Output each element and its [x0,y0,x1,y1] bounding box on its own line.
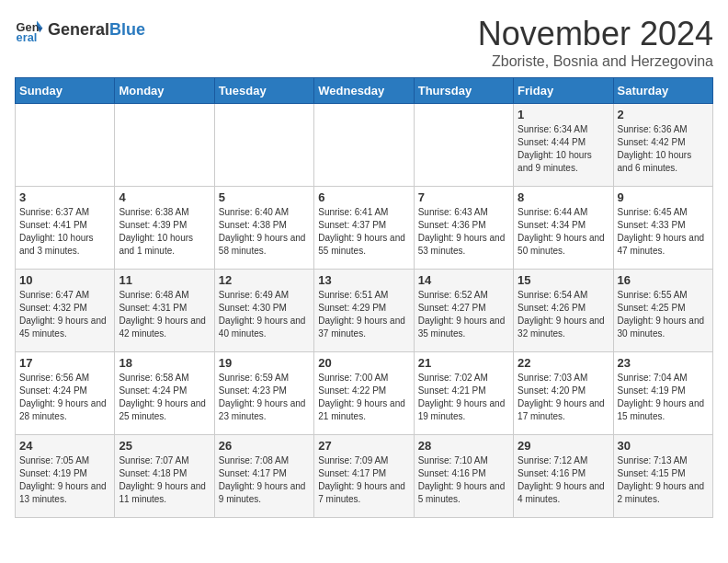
day-number: 24 [19,439,110,453]
day-cell: 9Sunrise: 6:45 AM Sunset: 4:33 PM Daylig… [613,187,712,270]
day-info: Sunrise: 6:56 AM Sunset: 4:24 PM Dayligh… [19,372,110,423]
day-cell: 12Sunrise: 6:49 AM Sunset: 4:30 PM Dayli… [214,270,313,352]
day-info: Sunrise: 6:34 AM Sunset: 4:44 PM Dayligh… [518,123,609,175]
logo: Gen eral GeneralBlue [15,15,145,44]
day-number: 21 [418,356,509,370]
day-cell [214,104,313,187]
week-row-2: 3Sunrise: 6:37 AM Sunset: 4:41 PM Daylig… [16,187,713,270]
week-row-4: 17Sunrise: 6:56 AM Sunset: 4:24 PM Dayli… [16,352,713,435]
day-number: 9 [618,190,709,204]
day-cell: 6Sunrise: 6:41 AM Sunset: 4:37 PM Daylig… [314,187,414,270]
day-cell: 17Sunrise: 6:56 AM Sunset: 4:24 PM Dayli… [16,352,115,435]
day-info: Sunrise: 6:58 AM Sunset: 4:24 PM Dayligh… [119,372,210,423]
day-cell: 4Sunrise: 6:38 AM Sunset: 4:39 PM Daylig… [115,187,214,270]
day-info: Sunrise: 6:49 AM Sunset: 4:30 PM Dayligh… [219,289,310,340]
logo-text: GeneralBlue [48,20,145,40]
day-number: 19 [219,356,310,370]
day-cell: 13Sunrise: 6:51 AM Sunset: 4:29 PM Dayli… [314,270,414,352]
day-number: 27 [318,439,409,453]
day-cell: 19Sunrise: 6:59 AM Sunset: 4:23 PM Dayli… [214,352,313,435]
day-number: 2 [618,108,709,121]
col-wednesday: Wednesday [314,78,414,104]
title-block: November 2024 Zboriste, Bosnia and Herze… [478,15,713,70]
day-cell: 22Sunrise: 7:03 AM Sunset: 4:20 PM Dayli… [514,352,613,435]
location-title: Zboriste, Bosnia and Herzegovina [478,53,713,70]
logo-icon: Gen eral [15,15,44,44]
day-info: Sunrise: 6:36 AM Sunset: 4:42 PM Dayligh… [618,123,709,175]
day-number: 6 [318,190,409,204]
day-number: 16 [618,273,709,287]
calendar-table: Sunday Monday Tuesday Wednesday Thursday… [15,77,713,518]
day-cell: 29Sunrise: 7:12 AM Sunset: 4:16 PM Dayli… [514,435,613,518]
day-cell: 10Sunrise: 6:47 AM Sunset: 4:32 PM Dayli… [16,270,115,352]
day-info: Sunrise: 7:05 AM Sunset: 4:19 PM Dayligh… [19,454,110,506]
day-info: Sunrise: 6:59 AM Sunset: 4:23 PM Dayligh… [219,372,310,423]
day-number: 30 [618,439,709,453]
day-info: Sunrise: 7:03 AM Sunset: 4:20 PM Dayligh… [518,372,609,423]
day-number: 15 [518,273,609,287]
day-number: 8 [518,190,609,204]
day-number: 11 [119,273,210,287]
day-number: 26 [219,439,310,453]
day-info: Sunrise: 7:12 AM Sunset: 4:16 PM Dayligh… [518,454,609,506]
day-cell: 26Sunrise: 7:08 AM Sunset: 4:17 PM Dayli… [214,435,313,518]
day-cell: 23Sunrise: 7:04 AM Sunset: 4:19 PM Dayli… [613,352,712,435]
day-info: Sunrise: 6:43 AM Sunset: 4:36 PM Dayligh… [418,206,509,258]
day-cell [16,104,115,187]
day-cell: 18Sunrise: 6:58 AM Sunset: 4:24 PM Dayli… [115,352,214,435]
day-number: 12 [219,273,310,287]
day-number: 20 [318,356,409,370]
col-monday: Monday [115,78,214,104]
week-row-3: 10Sunrise: 6:47 AM Sunset: 4:32 PM Dayli… [16,270,713,352]
day-cell [414,104,513,187]
day-number: 3 [19,190,110,204]
day-number: 18 [119,356,210,370]
page-header: Gen eral GeneralBlue November 2024 Zbori… [15,15,713,70]
day-number: 7 [418,190,509,204]
day-info: Sunrise: 7:13 AM Sunset: 4:15 PM Dayligh… [618,454,709,506]
col-tuesday: Tuesday [214,78,313,104]
day-info: Sunrise: 7:00 AM Sunset: 4:22 PM Dayligh… [318,372,409,423]
day-info: Sunrise: 6:40 AM Sunset: 4:38 PM Dayligh… [219,206,310,258]
day-number: 29 [518,439,609,453]
day-cell: 20Sunrise: 7:00 AM Sunset: 4:22 PM Dayli… [314,352,414,435]
col-sunday: Sunday [16,78,115,104]
day-cell: 11Sunrise: 6:48 AM Sunset: 4:31 PM Dayli… [115,270,214,352]
day-number: 22 [518,356,609,370]
calendar-header: Sunday Monday Tuesday Wednesday Thursday… [16,78,713,104]
day-info: Sunrise: 6:48 AM Sunset: 4:31 PM Dayligh… [119,289,210,340]
day-cell: 7Sunrise: 6:43 AM Sunset: 4:36 PM Daylig… [414,187,513,270]
svg-text:eral: eral [17,30,38,44]
day-info: Sunrise: 7:08 AM Sunset: 4:17 PM Dayligh… [219,454,310,506]
day-info: Sunrise: 6:44 AM Sunset: 4:34 PM Dayligh… [518,206,609,258]
day-info: Sunrise: 6:45 AM Sunset: 4:33 PM Dayligh… [618,206,709,258]
day-cell [314,104,414,187]
day-number: 14 [418,273,509,287]
day-number: 25 [119,439,210,453]
day-cell [115,104,214,187]
day-cell: 1Sunrise: 6:34 AM Sunset: 4:44 PM Daylig… [514,104,613,187]
calendar-body: 1Sunrise: 6:34 AM Sunset: 4:44 PM Daylig… [16,104,713,518]
day-number: 13 [318,273,409,287]
day-number: 4 [119,190,210,204]
col-thursday: Thursday [414,78,513,104]
day-number: 1 [518,108,609,121]
day-cell: 8Sunrise: 6:44 AM Sunset: 4:34 PM Daylig… [514,187,613,270]
day-info: Sunrise: 6:37 AM Sunset: 4:41 PM Dayligh… [19,206,110,258]
day-cell: 21Sunrise: 7:02 AM Sunset: 4:21 PM Dayli… [414,352,513,435]
day-cell: 16Sunrise: 6:55 AM Sunset: 4:25 PM Dayli… [613,270,712,352]
day-cell: 28Sunrise: 7:10 AM Sunset: 4:16 PM Dayli… [414,435,513,518]
day-cell: 25Sunrise: 7:07 AM Sunset: 4:18 PM Dayli… [115,435,214,518]
day-info: Sunrise: 6:52 AM Sunset: 4:27 PM Dayligh… [418,289,509,340]
day-number: 28 [418,439,509,453]
day-number: 23 [618,356,709,370]
col-friday: Friday [514,78,613,104]
day-number: 17 [19,356,110,370]
day-cell: 15Sunrise: 6:54 AM Sunset: 4:26 PM Dayli… [514,270,613,352]
day-cell: 2Sunrise: 6:36 AM Sunset: 4:42 PM Daylig… [613,104,712,187]
day-info: Sunrise: 7:07 AM Sunset: 4:18 PM Dayligh… [119,454,210,506]
day-info: Sunrise: 6:51 AM Sunset: 4:29 PM Dayligh… [318,289,409,340]
day-info: Sunrise: 6:41 AM Sunset: 4:37 PM Dayligh… [318,206,409,258]
day-number: 10 [19,273,110,287]
day-info: Sunrise: 7:04 AM Sunset: 4:19 PM Dayligh… [618,372,709,423]
